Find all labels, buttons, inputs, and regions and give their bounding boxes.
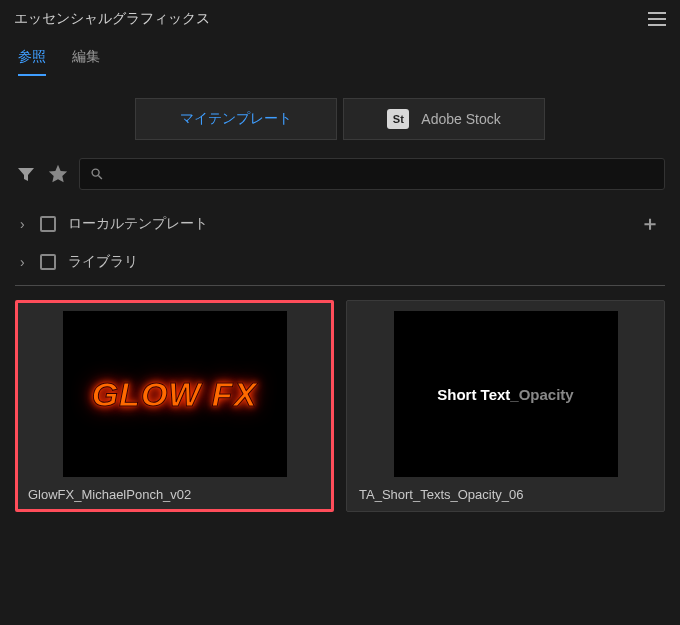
divider (15, 285, 665, 286)
source-adobe-stock[interactable]: St Adobe Stock (343, 98, 545, 140)
template-label: GlowFX_MichaelPonch_v02 (26, 477, 323, 509)
folder-libraries[interactable]: › ライブラリ (0, 245, 680, 279)
folder-local-templates[interactable]: › ローカルテンプレート ＋ (0, 202, 680, 245)
tab-browse[interactable]: 参照 (18, 48, 46, 76)
template-card[interactable]: Short Text_Opacity TA_Short_Texts_Opacit… (346, 300, 665, 512)
search-icon (90, 167, 104, 181)
chevron-right-icon: › (20, 254, 28, 270)
tab-edit[interactable]: 編集 (72, 48, 100, 76)
search-input[interactable] (104, 167, 654, 182)
template-card[interactable]: GLOW FX GlowFX_MichaelPonch_v02 (15, 300, 334, 512)
template-label: TA_Short_Texts_Opacity_06 (357, 477, 654, 511)
folder-label: ライブラリ (68, 253, 138, 271)
template-thumbnail: Short Text_Opacity (394, 311, 618, 477)
checkbox-local[interactable] (40, 216, 56, 232)
adobe-stock-label: Adobe Stock (421, 111, 500, 127)
panel-title: エッセンシャルグラフィックス (14, 10, 210, 28)
favorites-star-icon[interactable] (47, 163, 69, 185)
chevron-right-icon: › (20, 216, 28, 232)
source-my-templates[interactable]: マイテンプレート (135, 98, 337, 140)
panel-menu-icon[interactable] (648, 12, 666, 26)
adobe-stock-icon: St (387, 109, 409, 129)
glow-fx-preview-text: GLOW FX (92, 375, 258, 414)
filter-icon[interactable] (15, 163, 37, 185)
folder-label: ローカルテンプレート (68, 215, 208, 233)
search-box[interactable] (79, 158, 665, 190)
svg-line-1 (98, 175, 102, 179)
opacity-preview-text: Short Text_Opacity (437, 386, 573, 403)
checkbox-libraries[interactable] (40, 254, 56, 270)
template-thumbnail: GLOW FX (63, 311, 287, 477)
add-folder-icon[interactable]: ＋ (640, 210, 660, 237)
svg-point-0 (92, 169, 99, 176)
